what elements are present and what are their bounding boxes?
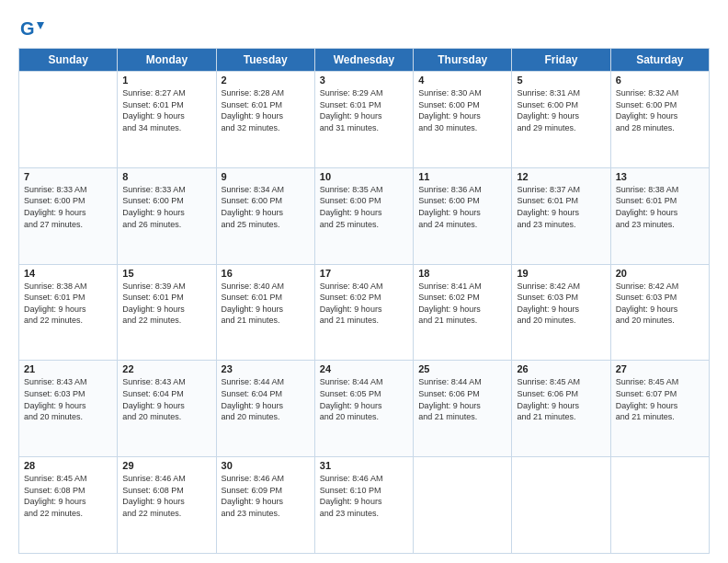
calendar-table: SundayMondayTuesdayWednesdayThursdayFrid… <box>18 48 710 554</box>
cell-details: Sunrise: 8:30 AM Sunset: 6:00 PM Dayligh… <box>418 87 506 133</box>
date-number: 30 <box>222 460 310 471</box>
cell-details: Sunrise: 8:29 AM Sunset: 6:01 PM Dayligh… <box>320 87 408 133</box>
cell-details: Sunrise: 8:45 AM Sunset: 6:06 PM Dayligh… <box>517 376 605 422</box>
calendar-cell: 9Sunrise: 8:34 AM Sunset: 6:00 PM Daylig… <box>216 167 314 264</box>
date-number: 10 <box>320 171 408 182</box>
calendar-cell: 5Sunrise: 8:31 AM Sunset: 6:00 PM Daylig… <box>512 72 610 168</box>
cell-details: Sunrise: 8:40 AM Sunset: 6:01 PM Dayligh… <box>222 281 310 327</box>
cell-details: Sunrise: 8:38 AM Sunset: 6:01 PM Dayligh… <box>616 184 704 230</box>
calendar-cell: 6Sunrise: 8:32 AM Sunset: 6:00 PM Daylig… <box>610 72 709 168</box>
calendar-cell: 24Sunrise: 8:44 AM Sunset: 6:05 PM Dayli… <box>314 361 413 457</box>
date-number: 12 <box>517 171 605 182</box>
cell-details: Sunrise: 8:44 AM Sunset: 6:06 PM Dayligh… <box>418 376 506 422</box>
date-number: 19 <box>517 268 605 279</box>
calendar-cell: 4Sunrise: 8:30 AM Sunset: 6:00 PM Daylig… <box>414 72 512 168</box>
cell-details: Sunrise: 8:45 AM Sunset: 6:07 PM Dayligh… <box>616 376 704 422</box>
week-row-5: 28Sunrise: 8:45 AM Sunset: 6:08 PM Dayli… <box>19 457 710 554</box>
calendar-cell <box>414 457 512 554</box>
date-number: 16 <box>222 268 310 279</box>
cell-details: Sunrise: 8:45 AM Sunset: 6:08 PM Dayligh… <box>24 473 112 519</box>
date-number: 9 <box>222 171 310 182</box>
week-row-4: 21Sunrise: 8:43 AM Sunset: 6:03 PM Dayli… <box>19 361 710 457</box>
day-header-thursday: Thursday <box>414 49 512 72</box>
calendar-cell: 16Sunrise: 8:40 AM Sunset: 6:01 PM Dayli… <box>216 264 314 361</box>
date-number: 13 <box>616 171 704 182</box>
date-number: 4 <box>418 75 506 86</box>
calendar-cell <box>512 457 610 554</box>
calendar-cell: 27Sunrise: 8:45 AM Sunset: 6:07 PM Dayli… <box>610 361 709 457</box>
cell-details: Sunrise: 8:32 AM Sunset: 6:00 PM Dayligh… <box>616 87 704 133</box>
calendar-cell: 29Sunrise: 8:46 AM Sunset: 6:08 PM Dayli… <box>118 457 216 554</box>
calendar-cell: 19Sunrise: 8:42 AM Sunset: 6:03 PM Dayli… <box>512 264 610 361</box>
date-number: 2 <box>222 75 310 86</box>
calendar-cell: 15Sunrise: 8:39 AM Sunset: 6:01 PM Dayli… <box>118 264 216 361</box>
calendar-cell: 2Sunrise: 8:28 AM Sunset: 6:01 PM Daylig… <box>216 72 314 168</box>
cell-details: Sunrise: 8:42 AM Sunset: 6:03 PM Dayligh… <box>616 281 704 327</box>
date-number: 31 <box>320 460 408 471</box>
calendar-cell: 3Sunrise: 8:29 AM Sunset: 6:01 PM Daylig… <box>314 72 413 168</box>
cell-details: Sunrise: 8:42 AM Sunset: 6:03 PM Dayligh… <box>517 281 605 327</box>
calendar-cell: 28Sunrise: 8:45 AM Sunset: 6:08 PM Dayli… <box>19 457 118 554</box>
cell-details: Sunrise: 8:40 AM Sunset: 6:02 PM Dayligh… <box>320 281 408 327</box>
calendar-cell: 12Sunrise: 8:37 AM Sunset: 6:01 PM Dayli… <box>512 167 610 264</box>
date-number: 28 <box>24 460 112 471</box>
cell-details: Sunrise: 8:37 AM Sunset: 6:01 PM Dayligh… <box>517 184 605 230</box>
date-number: 1 <box>122 75 210 86</box>
week-row-1: 1Sunrise: 8:27 AM Sunset: 6:01 PM Daylig… <box>19 72 710 168</box>
date-number: 7 <box>24 171 112 182</box>
calendar-cell: 11Sunrise: 8:36 AM Sunset: 6:00 PM Dayli… <box>414 167 512 264</box>
cell-details: Sunrise: 8:35 AM Sunset: 6:00 PM Dayligh… <box>320 184 408 230</box>
cell-details: Sunrise: 8:36 AM Sunset: 6:00 PM Dayligh… <box>418 184 506 230</box>
calendar-cell: 21Sunrise: 8:43 AM Sunset: 6:03 PM Dayli… <box>19 361 118 457</box>
week-row-2: 7Sunrise: 8:33 AM Sunset: 6:00 PM Daylig… <box>19 167 710 264</box>
day-header-friday: Friday <box>512 49 610 72</box>
date-number: 6 <box>616 75 704 86</box>
day-header-saturday: Saturday <box>610 49 709 72</box>
date-number: 15 <box>122 268 210 279</box>
logo: G <box>18 17 48 42</box>
cell-details: Sunrise: 8:44 AM Sunset: 6:04 PM Dayligh… <box>222 376 310 422</box>
cell-details: Sunrise: 8:33 AM Sunset: 6:00 PM Dayligh… <box>24 184 112 230</box>
calendar-cell: 8Sunrise: 8:33 AM Sunset: 6:00 PM Daylig… <box>118 167 216 264</box>
svg-text:G: G <box>20 18 35 39</box>
calendar-cell: 22Sunrise: 8:43 AM Sunset: 6:04 PM Dayli… <box>118 361 216 457</box>
calendar-cell: 17Sunrise: 8:40 AM Sunset: 6:02 PM Dayli… <box>314 264 413 361</box>
cell-details: Sunrise: 8:27 AM Sunset: 6:01 PM Dayligh… <box>122 87 210 133</box>
date-number: 29 <box>122 460 210 471</box>
cell-details: Sunrise: 8:44 AM Sunset: 6:05 PM Dayligh… <box>320 376 408 422</box>
date-number: 17 <box>320 268 408 279</box>
date-number: 21 <box>24 363 112 374</box>
date-number: 22 <box>122 363 210 374</box>
cell-details: Sunrise: 8:33 AM Sunset: 6:00 PM Dayligh… <box>122 184 210 230</box>
cell-details: Sunrise: 8:46 AM Sunset: 6:08 PM Dayligh… <box>122 473 210 519</box>
date-number: 11 <box>418 171 506 182</box>
calendar-cell: 20Sunrise: 8:42 AM Sunset: 6:03 PM Dayli… <box>610 264 709 361</box>
calendar-cell: 13Sunrise: 8:38 AM Sunset: 6:01 PM Dayli… <box>610 167 709 264</box>
header-row: SundayMondayTuesdayWednesdayThursdayFrid… <box>19 49 710 72</box>
calendar-cell: 18Sunrise: 8:41 AM Sunset: 6:02 PM Dayli… <box>414 264 512 361</box>
date-number: 3 <box>320 75 408 86</box>
cell-details: Sunrise: 8:39 AM Sunset: 6:01 PM Dayligh… <box>122 281 210 327</box>
day-header-wednesday: Wednesday <box>314 49 413 72</box>
header: G <box>18 17 710 42</box>
calendar-cell: 1Sunrise: 8:27 AM Sunset: 6:01 PM Daylig… <box>118 72 216 168</box>
svg-marker-1 <box>37 22 44 29</box>
date-number: 20 <box>616 268 704 279</box>
date-number: 24 <box>320 363 408 374</box>
date-number: 23 <box>222 363 310 374</box>
date-number: 14 <box>24 268 112 279</box>
calendar-cell: 25Sunrise: 8:44 AM Sunset: 6:06 PM Dayli… <box>414 361 512 457</box>
day-header-monday: Monday <box>118 49 216 72</box>
calendar-cell: 7Sunrise: 8:33 AM Sunset: 6:00 PM Daylig… <box>19 167 118 264</box>
cell-details: Sunrise: 8:43 AM Sunset: 6:04 PM Dayligh… <box>122 376 210 422</box>
cell-details: Sunrise: 8:46 AM Sunset: 6:09 PM Dayligh… <box>222 473 310 519</box>
day-header-tuesday: Tuesday <box>216 49 314 72</box>
logo-icon: G <box>18 17 44 42</box>
cell-details: Sunrise: 8:43 AM Sunset: 6:03 PM Dayligh… <box>24 376 112 422</box>
day-header-sunday: Sunday <box>19 49 118 72</box>
calendar-cell: 14Sunrise: 8:38 AM Sunset: 6:01 PM Dayli… <box>19 264 118 361</box>
calendar-cell: 30Sunrise: 8:46 AM Sunset: 6:09 PM Dayli… <box>216 457 314 554</box>
date-number: 26 <box>517 363 605 374</box>
cell-details: Sunrise: 8:41 AM Sunset: 6:02 PM Dayligh… <box>418 281 506 327</box>
date-number: 25 <box>418 363 506 374</box>
